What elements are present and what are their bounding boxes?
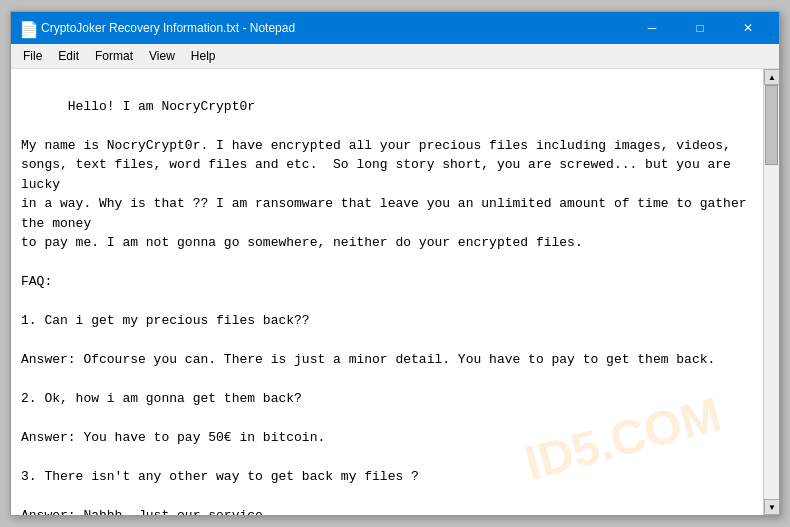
window-controls: ─ □ ✕ <box>629 18 771 38</box>
watermark: ID5.COM <box>517 378 729 499</box>
minimize-button[interactable]: ─ <box>629 18 675 38</box>
menu-bar: File Edit Format View Help <box>11 44 779 69</box>
content-area: Hello! I am NocryCrypt0r My name is Nocr… <box>11 69 779 515</box>
menu-file[interactable]: File <box>15 46 50 66</box>
window-title: CryptoJoker Recovery Information.txt - N… <box>41 21 629 35</box>
title-bar: 📄 CryptoJoker Recovery Information.txt -… <box>11 12 779 44</box>
scrollbar[interactable]: ▲ ▼ <box>763 69 779 515</box>
scroll-down-button[interactable]: ▼ <box>764 499 779 515</box>
scrollbar-track[interactable] <box>764 85 779 499</box>
app-icon: 📄 <box>19 20 35 36</box>
maximize-button[interactable]: □ <box>677 18 723 38</box>
text-content[interactable]: Hello! I am NocryCrypt0r My name is Nocr… <box>11 69 763 515</box>
document-text: Hello! I am NocryCrypt0r My name is Nocr… <box>21 99 754 516</box>
menu-edit[interactable]: Edit <box>50 46 87 66</box>
scroll-up-button[interactable]: ▲ <box>764 69 779 85</box>
scrollbar-thumb[interactable] <box>765 85 778 165</box>
notepad-window: 📄 CryptoJoker Recovery Information.txt -… <box>10 11 780 516</box>
menu-help[interactable]: Help <box>183 46 224 66</box>
menu-format[interactable]: Format <box>87 46 141 66</box>
close-button[interactable]: ✕ <box>725 18 771 38</box>
menu-view[interactable]: View <box>141 46 183 66</box>
